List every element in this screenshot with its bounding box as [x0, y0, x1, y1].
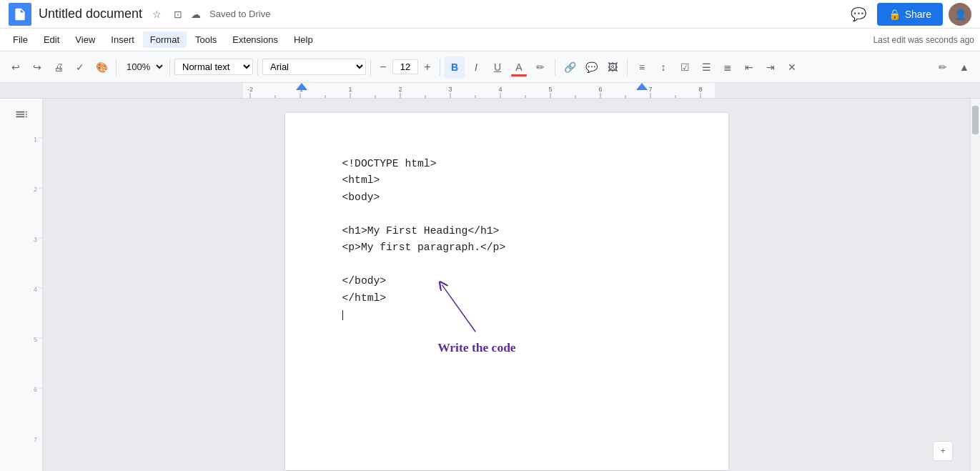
svg-text:7: 7: [34, 436, 37, 443]
menu-tools[interactable]: Tools: [188, 31, 224, 48]
menu-format[interactable]: Format: [143, 31, 187, 48]
checklist-button[interactable]: ☑: [675, 56, 695, 78]
image-button[interactable]: 🖼: [603, 56, 623, 78]
svg-text:7: 7: [648, 86, 652, 93]
doc-container[interactable]: <!DOCTYPE html> <html> <body> <h1>My Fir…: [43, 99, 970, 471]
share-label: Share: [905, 9, 931, 20]
svg-text:6: 6: [598, 86, 602, 93]
numbered-list-button[interactable]: ≣: [718, 56, 738, 78]
svg-rect-3: [243, 83, 715, 99]
menu-edit[interactable]: Edit: [36, 31, 66, 48]
paint-format-button[interactable]: 🎨: [91, 56, 112, 78]
bullets-button[interactable]: ☰: [696, 56, 716, 78]
right-icons: 💬 🔒 Share 👤: [846, 1, 971, 27]
font-select[interactable]: Arial Times New Roman Courier New: [262, 59, 366, 75]
svg-text:8: 8: [698, 86, 702, 93]
menu-extensions[interactable]: Extensions: [225, 31, 285, 48]
menu-insert[interactable]: Insert: [104, 31, 142, 48]
menu-file[interactable]: File: [6, 31, 35, 48]
share-button[interactable]: 🔒 Share: [877, 3, 943, 26]
line-8: [342, 307, 671, 323]
line-7: </html>: [342, 290, 671, 307]
scrollbar-thumb[interactable]: [972, 106, 979, 134]
menu-view[interactable]: View: [68, 31, 102, 48]
divider-4: [370, 59, 371, 76]
line-6: </body>: [342, 273, 671, 289]
underline-button[interactable]: U: [487, 56, 508, 78]
divider-2: [169, 59, 170, 76]
font-size-input[interactable]: [392, 59, 418, 74]
svg-text:6: 6: [34, 386, 37, 393]
svg-rect-2: [715, 83, 980, 99]
svg-rect-1: [0, 83, 243, 99]
comment-button[interactable]: 💬: [846, 1, 871, 27]
text-style-select[interactable]: Normal text Heading 1 Heading 2: [174, 59, 253, 75]
svg-text:-2: -2: [247, 86, 253, 93]
indent-decrease-button[interactable]: ⇤: [739, 56, 759, 78]
link-button[interactable]: 🔗: [560, 56, 580, 78]
svg-text:5: 5: [548, 86, 552, 93]
pen-tool-button[interactable]: ✏: [933, 56, 953, 78]
line-5: <p>My first paragraph.</p>: [342, 239, 671, 256]
undo-button[interactable]: ↩: [6, 56, 26, 78]
highlight-button[interactable]: ✏: [530, 56, 550, 78]
italic-button[interactable]: I: [466, 56, 486, 78]
svg-text:2: 2: [34, 186, 37, 193]
user-avatar: 👤: [949, 3, 971, 26]
menu-help[interactable]: Help: [287, 31, 320, 48]
document-page[interactable]: <!DOCTYPE html> <html> <body> <h1>My Fir…: [285, 113, 728, 470]
scrollbar-panel: [970, 99, 980, 471]
toolbar-right: ✏ ▲: [933, 56, 974, 78]
toolbar-collapse-button[interactable]: ▲: [954, 56, 974, 78]
svg-text:1: 1: [348, 86, 352, 93]
blank-line-2: [342, 257, 671, 273]
font-size-decrease[interactable]: −: [375, 59, 391, 75]
doc-title: Untitled document: [39, 6, 142, 21]
font-size-increase[interactable]: +: [420, 59, 435, 75]
line-1: <!DOCTYPE html>: [342, 156, 671, 172]
last-edit-status: Last edit was seconds ago: [873, 35, 974, 45]
svg-text:4: 4: [498, 86, 502, 93]
menu-bar: File Edit View Insert Format Tools Exten…: [0, 29, 980, 51]
svg-text:3: 3: [448, 86, 452, 93]
color-underline: [511, 74, 527, 76]
toolbar: ↩ ↪ 🖨 ✓ 🎨 100% 75% 150% Normal text Head…: [0, 51, 980, 83]
left-margin: 1 2 3 4 5 6 7: [0, 99, 43, 471]
font-size-control: − +: [375, 59, 435, 75]
expand-button[interactable]: +: [933, 441, 953, 461]
clear-format-button[interactable]: ✕: [782, 56, 802, 78]
divider-1: [116, 59, 117, 76]
line-4: <h1>My First Heading</h1>: [342, 223, 671, 239]
svg-text:1: 1: [34, 136, 37, 143]
line-3: <body>: [342, 189, 671, 206]
svg-text:5: 5: [34, 336, 37, 343]
zoom-select[interactable]: 100% 75% 150%: [121, 59, 165, 74]
bold-button[interactable]: B: [445, 56, 465, 78]
line-spacing-button[interactable]: ↕: [653, 56, 673, 78]
divider-3: [257, 59, 258, 76]
comment-inline-button[interactable]: 💬: [581, 56, 601, 78]
star-button[interactable]: ☆: [148, 6, 165, 23]
ruler: -2 -1 1 2 3 4 5 6 7 8: [0, 83, 980, 99]
divider-6: [555, 59, 555, 76]
saved-status: Saved to Drive: [209, 9, 270, 19]
blank-line-1: [342, 206, 671, 222]
indent-increase-button[interactable]: ⇥: [761, 56, 781, 78]
divider-5: [440, 59, 440, 76]
font-color-button[interactable]: A: [509, 56, 529, 78]
app-icon: [9, 3, 31, 26]
svg-text:4: 4: [34, 286, 37, 293]
cloud-icon: ☁: [191, 9, 201, 20]
doc-content[interactable]: <!DOCTYPE html> <html> <body> <h1>My Fir…: [342, 156, 671, 324]
redo-button[interactable]: ↪: [27, 56, 47, 78]
title-bar: Untitled document ☆ ⊡ ☁ Saved to Drive 💬…: [0, 0, 980, 29]
lock-icon: 🔒: [889, 9, 901, 20]
move-button[interactable]: ⊡: [169, 6, 187, 23]
divider-7: [627, 59, 628, 76]
text-cursor: [342, 310, 343, 320]
spellcheck-button[interactable]: ✓: [70, 56, 90, 78]
print-button[interactable]: 🖨: [49, 56, 69, 78]
svg-text:2: 2: [398, 86, 402, 93]
align-button[interactable]: ≡: [632, 56, 652, 78]
svg-text:Write the code: Write the code: [437, 340, 516, 355]
